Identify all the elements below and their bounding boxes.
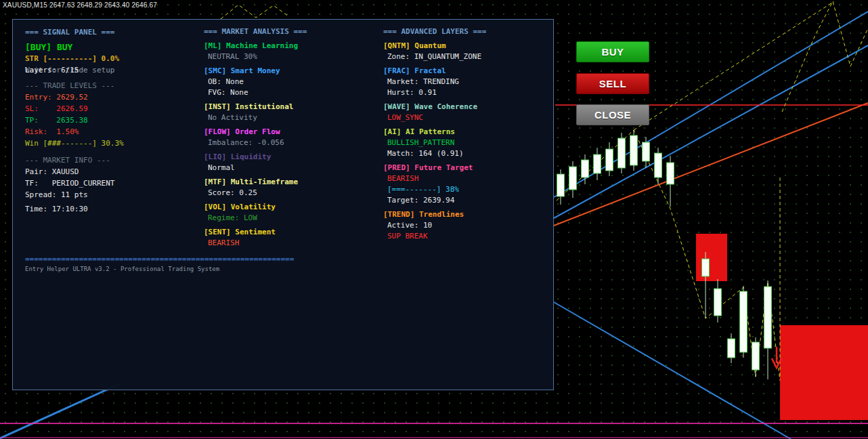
inst-value: No Activity xyxy=(204,112,307,123)
inst-label: [INST] Institutional xyxy=(204,102,307,112)
support-trendline[interactable] xyxy=(0,383,121,438)
chart-symbol-title: XAUUSD,M15 2647.63 2648.29 2643.40 2646.… xyxy=(3,1,157,9)
quantum-zone-value: Zone: IN_QUANTUM_ZONE xyxy=(383,51,486,62)
signal-direction: [BUY] BUY xyxy=(25,41,124,53)
market-info-header: --- MARKET INFO --- xyxy=(25,154,124,166)
wave-value: LOW_SYNC xyxy=(383,112,486,123)
liquidity-label: [LIQ] Liquidity xyxy=(204,152,307,163)
market-analysis-title: === MARKET ANALYSIS === xyxy=(204,26,307,37)
panel-footer: ========================================… xyxy=(25,255,294,274)
layers-status-line: Wait for trade setup Layers: 6/15 xyxy=(25,64,124,76)
prediction-target: Target: 2639.94 xyxy=(383,195,486,206)
ml-label: [ML] Machine Learning xyxy=(204,41,307,51)
quantum-label: [QNTM] Quantum xyxy=(383,41,486,51)
win-rate: Win [###-------] 30.3% xyxy=(25,138,124,149)
sell-button[interactable]: SELL xyxy=(576,73,649,94)
prediction-label: [PRED] Future Target xyxy=(383,163,486,173)
ai-pattern-value: BULLISH_PATTERN xyxy=(383,138,486,148)
footer-version-text: Entry Helper ULTRA v3.2 - Professional T… xyxy=(25,264,294,274)
prediction-value: BEARISH xyxy=(383,173,486,184)
layers-count: Layers: 6/15 xyxy=(25,64,79,76)
fractal-label: [FRAC] Fractal xyxy=(383,66,486,77)
trendlines-active: Active: 10 xyxy=(383,220,486,231)
market-analysis-column: === MARKET ANALYSIS === [ML] Machine Lea… xyxy=(204,26,307,249)
zigzag-line-top-left xyxy=(221,5,288,19)
zigzag-diagonal xyxy=(634,1,834,130)
ml-value: NEUTRAL 30% xyxy=(204,51,307,62)
fractal-market: Market: TRENDING xyxy=(383,77,486,87)
stop-loss-price: SL: 2626.59 xyxy=(25,103,124,114)
entry-helper-panel: === SIGNAL PANEL === [BUY] BUY STR [----… xyxy=(12,19,554,390)
risk-percent: Risk: 1.50% xyxy=(25,126,124,138)
smc-ob-value: OB: None xyxy=(204,77,307,87)
volatility-label: [VOL] Volatility xyxy=(204,202,307,213)
wave-label: [WAVE] Wave Coherence xyxy=(383,102,486,112)
close-button[interactable]: CLOSE xyxy=(576,104,649,125)
candlesticks xyxy=(557,130,772,379)
fractal-hurst: Hurst: 0.91 xyxy=(383,87,486,98)
take-profit-price: TP: 2635.38 xyxy=(25,114,124,126)
sentiment-label: [SENT] Sentiment xyxy=(204,227,307,238)
zigzag-line-top-right xyxy=(782,1,867,112)
mtf-value: Score: 0.25 xyxy=(204,188,307,198)
spread-info: Spread: 11 pts xyxy=(25,189,124,201)
smc-label: [SMC] Smart Money xyxy=(204,66,307,77)
liquidity-value: Normal xyxy=(204,163,307,173)
trade-levels-header: --- TRADE LEVELS --- xyxy=(25,80,124,91)
ascending-trendline-2[interactable] xyxy=(554,45,868,218)
advanced-layers-column: === ADVANCED LAYERS === [QNTM] Quantum Z… xyxy=(383,26,486,242)
signal-strength: STR [----------] 0.0% xyxy=(25,53,124,64)
entry-price: Entry: 2629.52 xyxy=(25,91,124,103)
volatility-value: Regime: LOW xyxy=(204,213,307,224)
trendlines-label: [TREND] Trendlines xyxy=(383,209,486,220)
footer-divider: ========================================… xyxy=(25,255,294,264)
order-block-zone xyxy=(696,234,727,281)
flow-value: Imbalance: -0.056 xyxy=(204,138,307,148)
supply-zone xyxy=(780,325,868,420)
ai-patterns-label: [AI] AI Patterns xyxy=(383,127,486,138)
flow-label: [FLOW] Order Flow xyxy=(204,127,307,138)
pair-info: Pair: XAUUSD xyxy=(25,166,124,177)
signal-panel-column: === SIGNAL PANEL === [BUY] BUY STR [----… xyxy=(25,26,124,215)
advanced-layers-title: === ADVANCED LAYERS === xyxy=(383,26,486,37)
mtf-label: [MTF] Multi-Timeframe xyxy=(204,177,307,188)
time-info: Time: 17:10:30 xyxy=(25,203,124,215)
timeframe-info: TF: PERIOD_CURRENT xyxy=(25,177,124,189)
signal-panel-title: === SIGNAL PANEL === xyxy=(25,26,124,38)
prediction-progress: [===-------] 38% xyxy=(383,184,486,195)
smc-fvg-value: FVG: None xyxy=(204,87,307,98)
sentiment-value: BEARISH xyxy=(204,238,307,249)
ai-match-value: Match: 164 (0.91) xyxy=(383,148,486,159)
buy-button[interactable]: BUY xyxy=(576,41,649,62)
trendlines-break: SUP BREAK xyxy=(383,231,486,242)
